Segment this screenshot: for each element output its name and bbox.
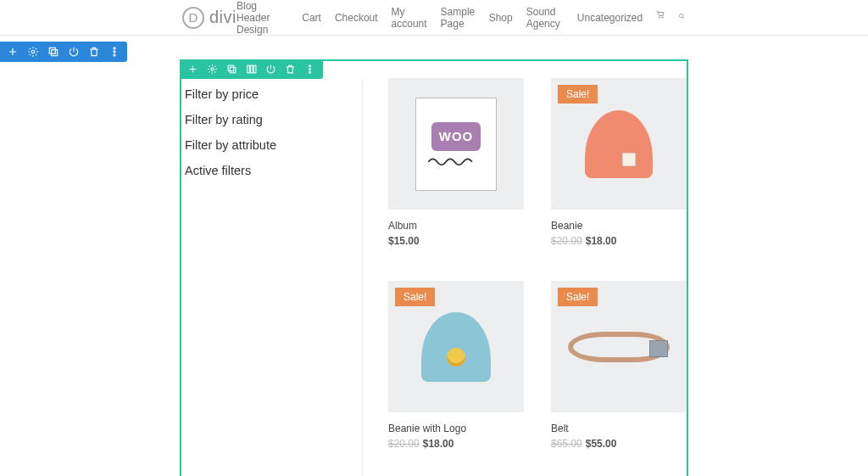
- more-vert-icon[interactable]: [108, 46, 120, 58]
- filter-by-rating[interactable]: Filter by rating: [185, 113, 352, 126]
- section-toolbar: [180, 59, 323, 79]
- svg-point-9: [211, 68, 214, 70]
- active-filters[interactable]: Active filters: [185, 164, 352, 177]
- nav-sample-page[interactable]: Sample Page: [441, 6, 476, 30]
- product-grid: WOO Album $15.00 Sale! Beanie $20.00$18.…: [363, 78, 687, 476]
- primary-nav: Blog Header Design Cart Checkout My acco…: [236, 0, 686, 36]
- site-header: D divi Blog Header Design Cart Checkout …: [0, 0, 868, 36]
- woocommerce-sidebar: Filter by price Filter by rating Filter …: [181, 78, 363, 476]
- product-name: Belt: [551, 423, 687, 434]
- sale-badge: Sale!: [558, 288, 598, 306]
- product-image: Sale!: [551, 78, 687, 210]
- header-inner: D divi Blog Header Design Cart Checkout …: [0, 0, 868, 36]
- svg-rect-4: [52, 50, 58, 56]
- svg-point-8: [114, 54, 115, 56]
- power-icon[interactable]: [265, 64, 276, 75]
- nav-my-account[interactable]: My account: [392, 6, 427, 30]
- product-price: $20.00$18.00: [551, 235, 687, 247]
- section-body: Filter by price Filter by rating Filter …: [181, 61, 687, 476]
- nav-shop[interactable]: Shop: [489, 12, 513, 24]
- belt-icon: [568, 332, 670, 362]
- product-image: Sale!: [388, 281, 524, 412]
- product-image: WOO: [388, 78, 524, 210]
- svg-point-17: [309, 71, 311, 73]
- product-card[interactable]: Sale! Belt $65.00$55.00: [551, 281, 687, 450]
- filter-by-price[interactable]: Filter by price: [185, 87, 352, 101]
- columns-icon[interactable]: [246, 64, 257, 75]
- nav-cart[interactable]: Cart: [302, 12, 321, 24]
- logo-icon: D: [182, 7, 204, 29]
- product-price: $15.00: [388, 235, 524, 247]
- site-logo[interactable]: D divi: [182, 7, 236, 29]
- duplicate-icon[interactable]: [47, 46, 59, 58]
- builder-section[interactable]: Filter by price Filter by rating Filter …: [180, 59, 688, 476]
- scribble-icon: [426, 156, 486, 166]
- svg-rect-13: [250, 65, 253, 73]
- duplicate-icon[interactable]: [226, 64, 237, 75]
- svg-point-1: [662, 17, 663, 18]
- svg-rect-5: [49, 48, 55, 53]
- plus-icon[interactable]: [187, 64, 198, 75]
- svg-rect-14: [253, 65, 256, 73]
- product-card[interactable]: Sale! Beanie with Logo $20.00$18.00: [388, 281, 524, 450]
- beanie-logo-icon: [421, 312, 491, 382]
- nav-uncategorized[interactable]: Uncategorized: [577, 12, 643, 24]
- album-art-icon: WOO: [415, 98, 497, 191]
- beanie-icon: [585, 110, 653, 178]
- product-card[interactable]: WOO Album $15.00: [388, 78, 524, 247]
- svg-rect-11: [228, 65, 234, 71]
- cart-icon[interactable]: [656, 10, 665, 25]
- logo-text: divi: [209, 8, 236, 27]
- nav-sound-agency[interactable]: Sound Agency: [526, 6, 564, 30]
- search-icon[interactable]: [678, 11, 686, 24]
- svg-point-2: [680, 14, 683, 18]
- power-icon[interactable]: [68, 46, 80, 58]
- gear-icon[interactable]: [207, 64, 218, 75]
- gear-icon[interactable]: [27, 46, 39, 58]
- svg-point-0: [659, 17, 659, 18]
- trash-icon[interactable]: [88, 46, 100, 58]
- product-name: Beanie: [551, 220, 687, 232]
- filter-by-attribute[interactable]: Filter by attribute: [185, 138, 352, 152]
- svg-point-16: [309, 69, 311, 70]
- svg-rect-10: [230, 67, 236, 73]
- page-admin-toolbar: [0, 42, 127, 62]
- product-price: $20.00$18.00: [388, 438, 524, 450]
- woo-logo-icon: WOO: [431, 122, 481, 151]
- product-price: $65.00$55.00: [551, 438, 687, 450]
- nav-checkout[interactable]: Checkout: [335, 12, 378, 24]
- trash-icon[interactable]: [285, 64, 296, 75]
- svg-point-3: [31, 50, 35, 53]
- product-card[interactable]: Sale! Beanie $20.00$18.00: [551, 78, 687, 247]
- plus-icon[interactable]: [7, 46, 19, 58]
- sale-badge: Sale!: [558, 85, 598, 104]
- svg-point-6: [114, 48, 115, 49]
- nav-blog-header-design[interactable]: Blog Header Design: [236, 0, 288, 36]
- more-vert-icon[interactable]: [304, 64, 315, 75]
- svg-point-15: [309, 65, 311, 67]
- product-name: Album: [388, 220, 524, 232]
- product-name: Beanie with Logo: [388, 423, 524, 434]
- product-image: Sale!: [551, 281, 687, 412]
- svg-point-7: [114, 51, 115, 53]
- svg-rect-12: [248, 65, 250, 73]
- sale-badge: Sale!: [395, 288, 435, 306]
